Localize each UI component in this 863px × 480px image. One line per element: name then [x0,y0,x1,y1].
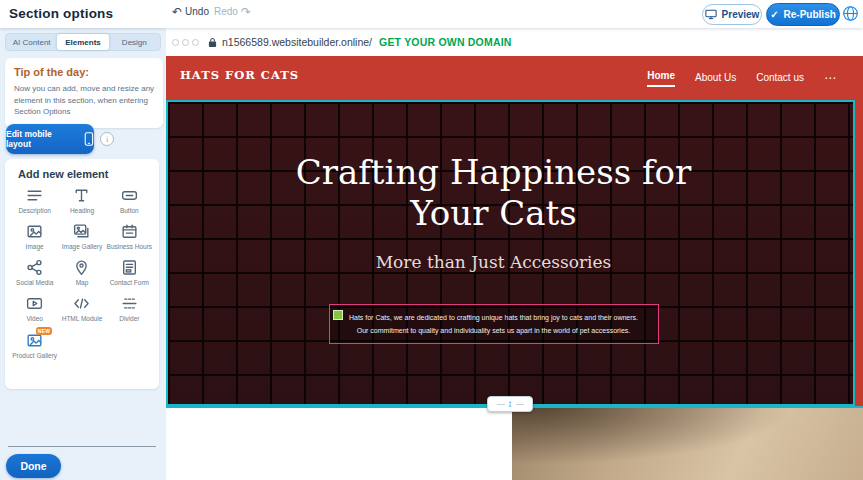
resize-arrows-icon: ↕ [508,399,513,409]
preview-scrollbar[interactable] [855,56,863,406]
section-resize-handle[interactable]: ↕ [487,396,533,412]
add-element-title: Add new element [5,159,159,182]
browser-dot [192,39,199,46]
language-globe-button[interactable] [842,5,859,22]
element-heading[interactable]: Heading [58,186,105,215]
video-icon [25,294,44,313]
tab-design-label: Design [122,38,147,47]
element-image-gallery[interactable]: Image Gallery [58,222,105,251]
element-button[interactable]: Button [106,186,153,215]
element-description[interactable]: Description [11,186,58,215]
tab-ai-content-label: AI Content [13,38,51,47]
element-divider[interactable]: Divider [106,294,153,323]
republish-label: Re-Publish [784,9,836,20]
info-icon[interactable]: i [100,132,114,146]
tab-design[interactable]: Design [109,34,160,50]
page-title: Section options [9,6,113,21]
undo-button[interactable]: ↶ Undo [172,6,209,17]
element-business-hours[interactable]: Business Hours [106,222,153,251]
done-button[interactable]: Done [6,454,61,478]
browser-dots [172,39,199,46]
browser-bar: n1566589.websitebuilder.online/ GET YOUR… [166,28,863,57]
lock-icon [208,37,217,48]
image-icon [25,222,44,241]
handle-grip [497,404,505,405]
hero-paragraph[interactable]: Hats for Cats, we are dedicated to craft… [329,304,659,344]
element-label: Social Media [12,279,58,287]
element-video[interactable]: Video [11,294,58,323]
image-gallery-icon [72,222,91,241]
preview-canvas: n1566589.websitebuilder.online/ GET YOUR… [166,28,863,480]
paragraph-line: Hats for Cats, we are dedicated to craft… [336,311,652,324]
element-label: HTML Module [59,315,105,323]
next-section[interactable] [166,406,863,480]
element-label: Image Gallery [59,243,105,251]
undo-icon: ↶ [172,7,182,17]
divider-icon [120,294,139,313]
element-map[interactable]: Map [58,258,105,287]
site-header[interactable]: HATS FOR CATS Home About Us Contact us ⋯ [166,56,863,100]
undo-label: Undo [185,6,209,17]
element-label: Divider [106,315,152,323]
redo-label: Redo [214,6,238,17]
element-label: Business Hours [106,243,152,251]
element-drag-handle[interactable] [333,310,343,320]
new-badge: NEW [36,327,53,335]
topbar: Section options ↶ Undo Redo ↷ Preview ✓ … [0,0,863,28]
hero-content: Crafting Happiness for Your Cats More th… [168,102,819,404]
element-social-media[interactable]: Social Media [11,258,58,287]
element-product-gallery[interactable]: NEW Product Gallery [11,331,58,360]
site-logo[interactable]: HATS FOR CATS [180,68,299,82]
business-hours-icon [120,222,139,241]
republish-button[interactable]: ✓ Re-Publish [766,3,840,26]
paragraph-line: Our commitment to quality and individual… [336,324,652,337]
sidebar-tabs: AI Content Elements Design [5,33,161,51]
description-icon [25,186,44,205]
redo-button[interactable]: Redo ↷ [214,6,251,17]
nav-more-menu[interactable]: ⋯ [824,71,837,85]
site-url: n1566589.websitebuilder.online/ [222,36,372,48]
tip-of-the-day-card: Tip of the day: Now you can add, move an… [5,58,163,128]
button-icon [120,186,139,205]
nav-about-us[interactable]: About Us [695,72,736,85]
handle-grip [516,404,524,405]
hero-section-selected[interactable]: Crafting Happiness for Your Cats More th… [166,100,855,406]
element-label: Image [12,243,58,251]
phone-icon [84,131,94,147]
heading-icon [72,186,91,205]
monitor-icon [705,9,717,20]
get-domain-link[interactable]: GET YOUR OWN DOMAIN [379,36,512,48]
hero-heading[interactable]: Crafting Happiness for Your Cats [279,152,709,234]
element-label: Map [59,279,105,287]
hero-subheading[interactable]: More than Just Accessories [168,252,819,272]
redo-icon: ↷ [241,7,251,17]
social-media-icon [25,258,44,277]
app-window: Section options ↶ Undo Redo ↷ Preview ✓ … [0,0,863,480]
element-label: Description [12,207,58,215]
tab-ai-content[interactable]: AI Content [6,34,57,50]
site-nav: Home About Us Contact us ⋯ [647,56,837,100]
element-label: Button [106,207,152,215]
browser-dot [182,39,189,46]
sidebar: AI Content Elements Design Tip of the da… [0,28,166,480]
tab-elements[interactable]: Elements [57,34,108,50]
element-image[interactable]: Image [11,222,58,251]
next-section-image[interactable] [512,408,863,480]
sidebar-divider [8,446,156,447]
tab-elements-label: Elements [65,38,101,47]
nav-contact-us[interactable]: Contact us [756,72,804,85]
element-html-module[interactable]: HTML Module [58,294,105,323]
edit-mobile-layout-button[interactable]: Edit mobile layout [6,124,94,154]
element-label: Heading [59,207,105,215]
map-pin-icon [72,258,91,277]
element-grid: Description Heading Button Image Image G [5,182,159,364]
preview-button[interactable]: Preview [702,4,762,25]
element-label: Product Gallery [12,352,58,360]
contact-form-icon [120,258,139,277]
check-icon: ✓ [770,9,778,20]
preview-label: Preview [722,9,760,20]
nav-home[interactable]: Home [647,70,675,87]
element-contact-form[interactable]: Contact Form [106,258,153,287]
browser-dot [172,39,179,46]
add-element-panel: Add new element Description Heading Butt… [5,159,159,389]
